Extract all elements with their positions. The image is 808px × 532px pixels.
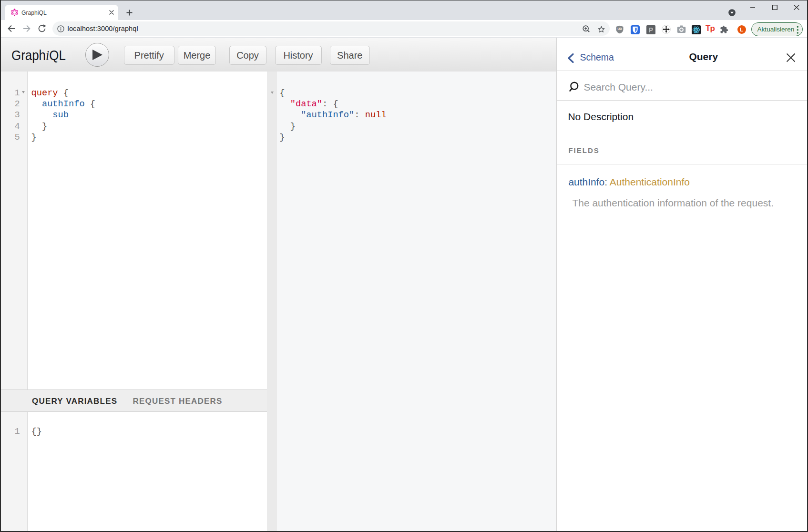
svg-text:P: P <box>649 26 653 33</box>
svg-text:UD: UD <box>617 27 622 31</box>
